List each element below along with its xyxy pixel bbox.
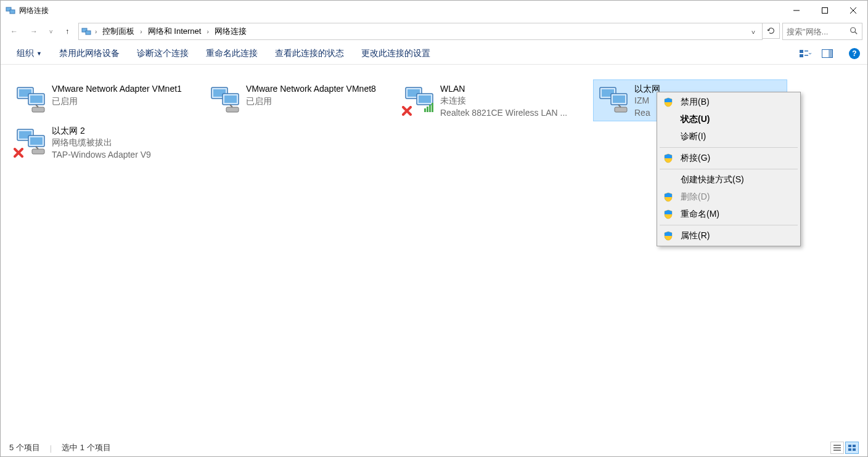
context-menu-item[interactable]: 禁用(B) [658,94,799,111]
uac-shield-icon [663,153,673,163]
connection-status: 网络电缆被拔出 [52,136,151,148]
context-menu-label: 删除(D) [681,192,710,203]
connection-name: WLAN [440,83,567,94]
icons-view-button[interactable] [845,442,859,454]
svg-rect-15 [822,8,828,14]
context-menu-label: 诊断(I) [681,131,706,142]
search-box[interactable] [782,23,862,40]
uac-shield-icon [663,231,673,241]
uac-shield-icon [663,192,673,202]
close-button[interactable] [839,1,867,20]
chevron-down-icon: ▼ [36,51,42,57]
network-adapter-icon [596,83,631,117]
connection-status: 未连接 [440,94,567,107]
organize-label: 组织 [17,48,34,59]
nav-row: ← → ⅴ ↑ › 控制面板 › 网络和 Internet › 网络连接 ⅴ [1,20,867,42]
back-button[interactable]: ← [6,23,23,40]
context-menu-separator [660,147,798,148]
svg-point-16 [851,27,856,32]
change-settings-button[interactable]: 更改此连接的设置 [353,44,439,63]
help-button[interactable]: ? [849,48,860,59]
breadcrumb-sep: › [139,28,143,35]
svg-rect-18 [800,54,803,57]
connection-item[interactable]: WLAN未连接Realtek 8821CE Wireless LAN ... [399,79,593,121]
context-menu-label: 桥接(G) [681,153,710,164]
connection-item[interactable]: 以太网 2网络电缆被拔出TAP-Windows Adapter V9 [10,121,205,163]
view-options-button[interactable] [796,44,814,63]
search-input[interactable] [787,27,846,36]
context-menu-label: 重命名(M) [681,209,719,220]
organize-menu[interactable]: 组织▼ [8,44,51,63]
breadcrumb-sep: › [94,28,98,35]
minimize-button[interactable] [782,1,811,20]
search-icon[interactable] [850,26,858,37]
context-menu-item[interactable]: 重命名(M) [658,206,799,223]
context-menu-item[interactable]: 属性(R) [658,227,799,245]
wlan-adapter-icon [402,83,436,117]
svg-rect-19 [805,51,808,52]
network-adapter-icon [14,124,48,159]
context-menu-label: 属性(R) [681,230,710,241]
svg-rect-17 [800,50,803,53]
context-menu-item[interactable]: 诊断(I) [658,128,799,145]
uac-shield-icon [663,97,673,107]
disconnected-overlay-icon [14,148,25,159]
network-adapter-icon [14,83,48,117]
preview-pane-button[interactable] [818,44,837,63]
svg-rect-22 [829,49,833,57]
context-menu-separator [660,225,798,225]
forward-button[interactable]: → [25,23,43,40]
connection-item[interactable]: VMware Network Adapter VMnet1已启用 [10,79,205,121]
address-bar[interactable]: › 控制面板 › 网络和 Internet › 网络连接 ⅴ [78,23,763,40]
disconnected-overlay-icon [402,106,413,117]
connection-device: Realtek 8821CE Wireless LAN ... [440,107,567,118]
refresh-button[interactable] [763,23,780,39]
app-icon [6,6,15,15]
selection-count: 选中 1 个项目 [62,442,110,453]
context-menu-item[interactable]: 桥接(G) [658,150,799,167]
svg-rect-24 [853,445,856,447]
uac-shield-icon [663,209,673,219]
context-menu-separator [660,169,798,169]
context-menu-item: 删除(D) [658,188,799,206]
view-status-button[interactable]: 查看此连接的状态 [266,44,353,63]
breadcrumb-sep: › [205,28,210,35]
context-menu-label: 创建快捷方式(S) [681,174,744,185]
rename-button[interactable]: 重命名此连接 [197,44,266,63]
context-menu-item[interactable]: 状态(U) [658,111,799,128]
context-menu-label: 状态(U) [681,114,710,125]
connection-status: 已启用 [246,95,376,107]
command-bar: 组织▼ 禁用此网络设备 诊断这个连接 重命名此连接 查看此连接的状态 更改此连接… [1,42,867,65]
window-title: 网络连接 [19,6,49,16]
status-bar: 5 个项目 | 选中 1 个项目 [1,439,867,456]
item-count: 5 个项目 [9,442,40,453]
maximize-button[interactable] [811,1,839,20]
address-dropdown[interactable]: ⅴ [747,28,760,35]
breadcrumb-item[interactable]: 控制面板 [100,26,136,37]
context-menu: 禁用(B)状态(U)诊断(I)桥接(G)创建快捷方式(S)删除(D)重命名(M)… [657,92,801,246]
network-adapter-icon [208,83,242,117]
svg-rect-26 [853,448,856,451]
disable-device-button[interactable]: 禁用此网络设备 [51,44,128,63]
connection-name: VMware Network Adapter VMnet1 [52,83,182,95]
connection-status: 已启用 [52,95,182,107]
details-view-button[interactable] [830,442,844,454]
svg-rect-25 [848,448,851,451]
context-menu-item[interactable]: 创建快捷方式(S) [658,171,799,188]
location-icon [81,26,91,36]
titlebar: 网络连接 [1,1,867,20]
svg-rect-23 [848,445,851,447]
up-button[interactable]: ↑ [59,23,76,40]
connection-item[interactable]: VMware Network Adapter VMnet8已启用 [205,79,399,121]
breadcrumb-item[interactable]: 网络和 Internet [146,26,203,37]
context-menu-label: 禁用(B) [681,97,710,108]
breadcrumb-item[interactable]: 网络连接 [213,26,248,37]
connection-name: VMware Network Adapter VMnet8 [246,83,376,95]
diagnose-button[interactable]: 诊断这个连接 [128,44,197,63]
connection-device: TAP-Windows Adapter V9 [52,148,151,160]
recent-dropdown[interactable]: ⅴ [45,23,56,40]
svg-rect-20 [805,55,808,56]
connection-name: 以太网 2 [52,124,151,136]
